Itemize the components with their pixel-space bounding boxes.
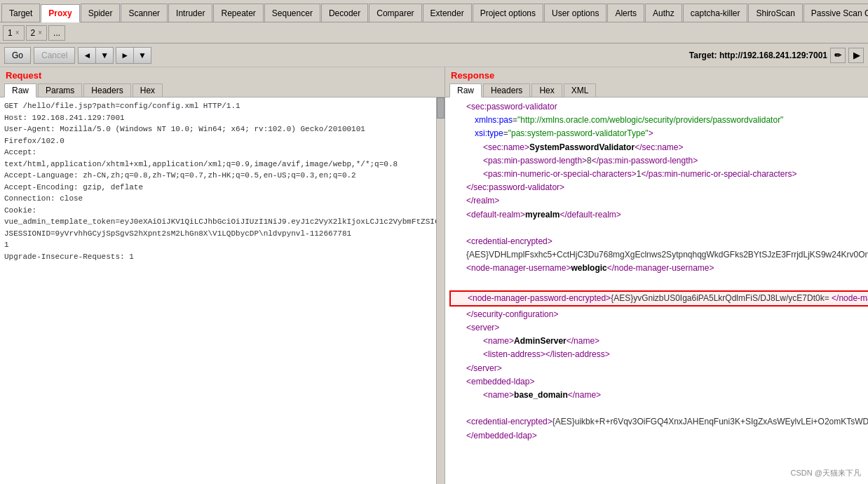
request-pane: Request Raw Params Headers Hex GET /hell…	[0, 67, 445, 484]
xml-line: <name>AdminServer</name>	[449, 335, 868, 348]
response-tab-xml[interactable]: XML	[564, 83, 597, 97]
tab-user-options[interactable]: User options	[544, 4, 606, 22]
tab-spider[interactable]: Spider	[81, 4, 121, 22]
back-button[interactable]: ◄	[78, 47, 96, 64]
response-xml-area[interactable]: <sec:password-validator xmlns:pas="http:…	[445, 98, 868, 484]
xml-line: </security-configuration>	[449, 308, 868, 321]
nav-back-group: ◄ ▼	[78, 47, 113, 64]
xml-line: </server>	[449, 362, 868, 375]
tab-project-options[interactable]: Project options	[473, 4, 543, 22]
history-bar: 1 × 2 × ...	[0, 22, 868, 43]
tab-scanner[interactable]: Scanner	[121, 4, 168, 22]
main-split: Request Raw Params Headers Hex GET /hell…	[0, 67, 868, 484]
go-button[interactable]: Go	[4, 47, 31, 64]
xml-line: <listen-address></listen-address>	[449, 348, 868, 361]
response-tab-headers[interactable]: Headers	[483, 83, 530, 97]
xml-line: <node-manager-username>weblogic</node-ma…	[449, 262, 868, 275]
xml-line: <sec:password-validator	[449, 100, 868, 114]
close-tab-2-icon[interactable]: ×	[38, 29, 42, 36]
request-tab-params[interactable]: Params	[38, 83, 82, 97]
xml-line: xmlns:pas="http://xmlns.oracle.com/weblo…	[449, 114, 868, 127]
tab-captcha-killer[interactable]: captcha-killer	[683, 4, 748, 22]
request-text[interactable]: GET /hello/file.jsp?path=config/config.x…	[0, 98, 436, 484]
target-label: Target: http://192.168.241.129:7001	[689, 51, 827, 60]
request-content-area: GET /hello/file.jsp?path=config/config.x…	[0, 98, 445, 484]
xml-line: xsi:type="pas:system-password-validatorT…	[449, 127, 868, 140]
history-tab-1[interactable]: 1 ×	[3, 25, 25, 41]
xml-line: <pas:min-numeric-or-special-characters>1…	[449, 168, 868, 181]
request-tab-hex[interactable]: Hex	[133, 83, 163, 97]
xml-line: </sec:password-validator>	[449, 181, 868, 194]
request-tab-headers[interactable]: Headers	[83, 83, 130, 97]
tab-extender[interactable]: Extender	[423, 4, 472, 22]
xml-line: <pas:min-password-length>8</pas:min-pass…	[449, 154, 868, 168]
tab-alerts[interactable]: Alerts	[607, 4, 644, 22]
close-tab-1-icon[interactable]: ×	[15, 29, 20, 36]
tab-decoder[interactable]: Decoder	[321, 4, 368, 22]
history-more-button[interactable]: ...	[48, 25, 65, 41]
tab-shiroscan[interactable]: ShiroScan	[748, 4, 802, 22]
tab-intruder[interactable]: Intruder	[168, 4, 212, 22]
toolbar-left: Go Cancel ◄ ▼ ► ▼	[4, 47, 151, 64]
xml-highlight-row: <node-manager-password-encrypted>{AES}yv…	[449, 290, 868, 307]
edit-target-button[interactable]: ✏	[830, 48, 846, 63]
tab-authz[interactable]: Authz	[645, 4, 682, 22]
response-sub-tabs: Raw Headers Hex XML	[445, 82, 868, 98]
history-tab-2[interactable]: 2 ×	[26, 25, 48, 41]
request-scrollbar-thumb	[437, 98, 445, 119]
xml-line: <embedded-ldap>	[449, 375, 868, 389]
xml-line: <sec:name>SystemPasswordValidator</sec:n…	[449, 141, 868, 154]
xml-blank-line	[449, 222, 868, 235]
request-sub-tabs: Raw Params Headers Hex	[0, 82, 445, 98]
cancel-button[interactable]: Cancel	[34, 47, 75, 64]
xml-line: </realm>	[449, 194, 868, 208]
request-tab-raw[interactable]: Raw	[4, 83, 36, 98]
toolbar: Go Cancel ◄ ▼ ► ▼ Target: http://192.168…	[0, 43, 868, 67]
fwd-button[interactable]: ►	[116, 47, 134, 64]
xml-credential-line2: <credential-encrypted>{AES}uikbk+R+r6Vqv…	[449, 415, 868, 429]
response-tab-raw[interactable]: Raw	[449, 83, 482, 98]
tab-sequencer[interactable]: Sequencer	[264, 4, 320, 22]
tab-comparer[interactable]: Comparer	[369, 4, 421, 22]
tab-repeater[interactable]: Repeater	[213, 4, 263, 22]
target-options-button[interactable]: ▶	[848, 48, 864, 63]
xml-line: <server>	[449, 321, 868, 335]
xml-line: <default-realm>myrealm</default-realm>	[449, 208, 868, 222]
response-pane: Response Raw Headers Hex XML <sec:passwo…	[445, 67, 868, 484]
main-tab-bar: Target Proxy Spider Scanner Intruder Rep…	[0, 0, 868, 22]
request-scrollbar[interactable]	[436, 98, 445, 484]
watermark: CSDN @天猫来下凡	[791, 468, 861, 478]
tab-passive-scan-client[interactable]: Passive Scan Client	[803, 4, 868, 22]
fwd-dropdown-button[interactable]: ▼	[133, 47, 151, 64]
xml-line: <name>base_domain</name>	[449, 389, 868, 402]
tab-proxy[interactable]: Proxy	[41, 4, 79, 22]
tab-target[interactable]: Target	[1, 4, 40, 22]
xml-blank-line	[449, 275, 868, 288]
request-title: Request	[0, 67, 445, 82]
response-title: Response	[445, 67, 868, 82]
xml-credential-line: <credential-encrypted>{AES}VDHLmplFsxhc5…	[449, 235, 868, 262]
xml-blank-line	[449, 402, 868, 415]
xml-line: </embedded-ldap>	[449, 429, 868, 443]
back-dropdown-button[interactable]: ▼	[95, 47, 114, 64]
toolbar-right: Target: http://192.168.241.129:7001 ✏ ▶	[689, 48, 864, 63]
nav-fwd-group: ► ▼	[116, 47, 151, 64]
response-tab-hex[interactable]: Hex	[531, 83, 562, 97]
